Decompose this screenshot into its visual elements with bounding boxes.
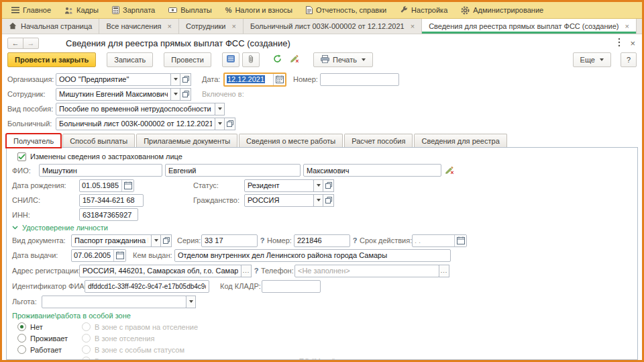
address-more-button[interactable]: ... [241, 265, 252, 277]
form-tab-raschet-posobiya[interactable]: Расчет пособия [344, 134, 413, 147]
series-hint-icon[interactable]: ? [258, 236, 267, 244]
tab-home[interactable]: Начальная страница [2, 19, 99, 34]
help-button[interactable]: ? [621, 52, 637, 67]
menu-item-payments[interactable]: Выплаты [162, 2, 218, 18]
number-field[interactable] [320, 73, 399, 86]
menu-item-salary[interactable]: Зарплата [105, 2, 162, 18]
changed-info-checkbox[interactable] [17, 152, 26, 161]
status-open-button[interactable] [323, 179, 334, 192]
radio-prozhivaet[interactable]: Проживает [17, 332, 82, 344]
kebab-menu-icon[interactable] [618, 38, 621, 48]
radio-rabotaet[interactable]: Работает [17, 344, 82, 355]
form-tab-svedeniya-reestra[interactable]: Сведения для реестра [414, 134, 506, 147]
date-field[interactable]: 12.12.2021 [223, 73, 286, 87]
snils-field[interactable] [79, 194, 144, 207]
issued-by-field[interactable] [174, 249, 451, 262]
status-field[interactable] [244, 179, 314, 192]
valid-until-field[interactable]: . . [412, 234, 467, 247]
forward-button[interactable]: → [23, 38, 39, 49]
doc-number-hint-icon[interactable]: ? [350, 236, 360, 244]
zone-section-header[interactable]: Проживание\работа в особой зоне [12, 310, 637, 321]
middle-name-field[interactable] [303, 164, 441, 177]
calendar-icon[interactable] [454, 235, 466, 246]
close-icon[interactable]: × [168, 22, 172, 30]
tab-vse-nachisleniya[interactable]: Все начисления× [99, 19, 179, 34]
employee-open-button[interactable] [180, 88, 191, 101]
identity-section-header[interactable]: Удостоверение личности [12, 222, 637, 233]
benefit-dropdown-button[interactable] [215, 103, 225, 116]
doc-number-field[interactable] [294, 234, 350, 247]
address-field[interactable] [79, 265, 241, 277]
last-name-field[interactable] [39, 164, 162, 177]
print-button[interactable]: Печать [313, 52, 373, 67]
edit-fio-icon[interactable]: × [445, 166, 455, 175]
series-field[interactable] [201, 234, 258, 247]
employee-dropdown-button[interactable] [170, 88, 180, 101]
write-button[interactable]: Записать [107, 52, 153, 67]
phone-more-button[interactable]: ... [439, 265, 449, 277]
citizenship-open-button[interactable] [323, 194, 334, 207]
menu-item-settings[interactable]: Настройка [393, 2, 454, 18]
menu-item-label: Зарплата [123, 6, 155, 14]
close-icon[interactable]: × [411, 22, 415, 30]
doc-type-field[interactable] [71, 234, 152, 247]
citizenship-field[interactable] [244, 194, 314, 207]
benefit-type-field[interactable] [56, 103, 215, 116]
close-icon[interactable]: × [232, 22, 236, 30]
address-hint-icon[interactable]: ? [252, 267, 261, 275]
menu-item-administration[interactable]: Администрирование [454, 2, 550, 18]
tab-sotrudniki[interactable]: Сотрудники× [179, 19, 244, 34]
form-tab-sposob-vyplaty[interactable]: Способ выплаты [62, 134, 135, 147]
radio-zone-otselenie-pravo[interactable]: В зоне с правом на отселение [82, 321, 637, 332]
back-button[interactable]: ← [7, 38, 23, 49]
refresh-button[interactable] [270, 52, 285, 67]
doc-type-dropdown-button[interactable] [151, 234, 161, 247]
calendar-icon[interactable] [273, 74, 285, 85]
sick-leave-open-button[interactable] [224, 118, 235, 130]
status-label: Статус: [193, 181, 244, 189]
birth-date-field[interactable]: 01.05.1985 [79, 179, 134, 192]
form-tab-mesto-raboty[interactable]: Сведения о месте работы [239, 134, 343, 147]
inn-field[interactable] [79, 208, 138, 221]
form-tab-prilagaemye-dokumenty[interactable]: Прилагаемые документы [136, 134, 237, 147]
first-name-field[interactable] [165, 164, 301, 177]
post-button[interactable]: Провести [164, 52, 211, 67]
chevron-down-icon [218, 107, 222, 110]
cancel-edit-button[interactable]: × [288, 52, 303, 67]
menu-item-staff[interactable]: Кадры [58, 2, 105, 18]
more-button[interactable]: Еще [573, 52, 611, 67]
sick-leave-dropdown-button[interactable] [215, 118, 225, 130]
tab-svedeniya-fss[interactable]: Сведения для реестра прямых выплат ФСС (… [422, 19, 637, 34]
fias-field[interactable] [85, 280, 209, 293]
menu-item-taxes[interactable]: %Налоги и взносы [219, 2, 299, 18]
citizenship-dropdown-button[interactable] [313, 194, 323, 207]
window-close-icon[interactable]: × [630, 38, 635, 48]
radio-zone-mayak[interactable]: В населенном пункте, загрязненном вследс… [82, 355, 637, 360]
lgota-dropdown-button[interactable] [186, 296, 196, 308]
issue-date-field[interactable]: 07.06.2005 [71, 249, 126, 262]
lgota-field[interactable] [42, 296, 186, 308]
org-dropdown-button[interactable] [170, 73, 180, 86]
status-dropdown-button[interactable] [313, 179, 323, 192]
sick-leave-field[interactable] [56, 118, 215, 130]
attachment-button[interactable] [242, 52, 260, 67]
kladr-field[interactable] [262, 280, 321, 293]
tab-bolnichny-list[interactable]: Больничный лист 003К-000002 от 12.12.202… [244, 19, 422, 34]
radio-zone-osobyi-status[interactable]: В зоне с особым статусом [82, 344, 637, 355]
calendar-icon[interactable] [121, 180, 133, 191]
form-tab-poluchatel[interactable]: Получатель [6, 134, 61, 148]
tab-label: Сведения для реестра прямых выплат ФСС (… [429, 22, 619, 30]
org-open-button[interactable] [180, 73, 191, 86]
org-field[interactable] [56, 73, 171, 86]
close-icon[interactable]: × [625, 22, 629, 30]
post-and-close-button[interactable]: Провести и закрыть [7, 52, 96, 67]
doc-type-open-button[interactable] [160, 234, 172, 247]
menu-item-main[interactable]: Главное [5, 2, 58, 18]
radio-net[interactable]: Нет [17, 321, 82, 332]
structure-button[interactable] [222, 52, 239, 67]
employee-field[interactable] [56, 88, 171, 101]
phone-field[interactable] [294, 265, 439, 277]
calendar-icon[interactable] [113, 250, 125, 261]
radio-zone-otseleniya[interactable]: В зоне отселения [82, 332, 637, 344]
menu-item-reports[interactable]: Отчетность, справки [299, 2, 393, 18]
